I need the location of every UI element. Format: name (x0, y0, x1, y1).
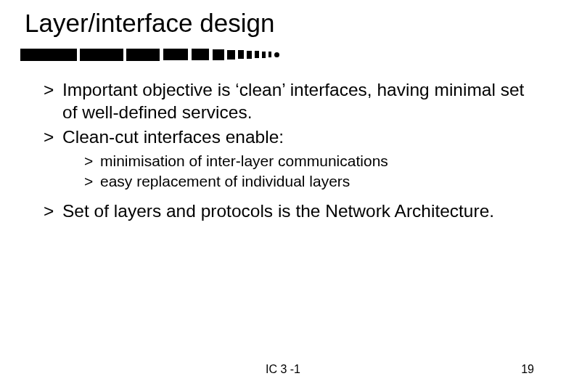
bullet-item: Clean-cut interfaces enable: minimisatio… (44, 126, 537, 192)
sub-bullet-list: minimisation of inter-layer communicatio… (62, 151, 537, 192)
sub-bullet-item: easy replacement of individual layers (84, 171, 537, 192)
bullet-text: Clean-cut interfaces enable: (62, 127, 284, 147)
slide-body: Important objective is ‘clean’ interface… (44, 78, 537, 224)
slide-title: Layer/interface design (25, 9, 274, 38)
sub-bullet-text: easy replacement of individual layers (100, 173, 350, 189)
sub-bullet-text: minimisation of inter-layer communicatio… (100, 152, 388, 169)
bullet-text: Important objective is ‘clean’ interface… (62, 80, 524, 122)
bullet-item: Important objective is ‘clean’ interface… (44, 78, 537, 124)
page-number: 19 (521, 363, 534, 376)
bullet-text: Set of layers and protocols is the Netwo… (62, 201, 494, 221)
bullet-item: Set of layers and protocols is the Netwo… (44, 200, 537, 222)
title-separator (20, 48, 296, 61)
footer-code: IC 3 -1 (0, 363, 566, 376)
bullet-list: Important objective is ‘clean’ interface… (44, 78, 537, 222)
sub-bullet-item: minimisation of inter-layer communicatio… (84, 151, 537, 171)
slide: Layer/interface design Important objecti… (0, 0, 566, 392)
